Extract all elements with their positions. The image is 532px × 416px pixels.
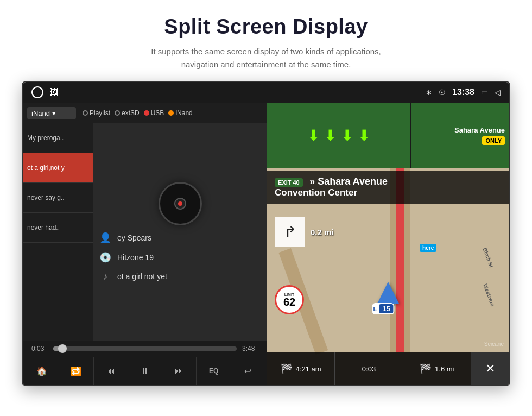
image-icon: 🖼 xyxy=(50,87,59,97)
circle-icon xyxy=(31,86,43,98)
list-item[interactable]: never say g.. xyxy=(23,183,93,213)
list-item[interactable]: My preroga.. xyxy=(23,123,93,153)
nav-instruction: ↱ 0.2 mi xyxy=(275,217,334,247)
page-title: Split Screen Display xyxy=(11,15,521,39)
time-total: 3:48 xyxy=(242,345,258,352)
track-3-title: never say g.. xyxy=(27,194,65,201)
disc-icon: 💿 xyxy=(99,251,112,263)
nav-eta: 🏁 4:21 am xyxy=(267,352,335,385)
source-extsd-label: extSD xyxy=(122,109,140,117)
prev-button[interactable]: ⏮ xyxy=(94,357,128,385)
distance-value: 1.6 mi xyxy=(435,365,454,373)
device-frame: 🖼 ∗ ☉ 13:38 ▭ ◁ iNand ▾ Playlist xyxy=(22,81,510,386)
source-playlist-label: Playlist xyxy=(90,109,110,117)
nav-distance: 0.2 mi xyxy=(311,228,334,237)
flag-icon-left: 🏁 xyxy=(281,363,293,375)
person-icon: 👤 xyxy=(99,232,112,244)
track-row: ♪ ot a girl not yet xyxy=(99,271,262,282)
highway-signs: ⬇ ⬇ ⬇ ⬇ Sahara Avenue ONLY xyxy=(267,103,509,168)
bluetooth-icon: ∗ xyxy=(426,88,432,97)
home-button[interactable]: 🏠 xyxy=(25,357,59,385)
exit-line2: Convention Center xyxy=(275,187,357,198)
status-time: 13:38 xyxy=(452,87,474,97)
nav-close-button[interactable]: ✕ xyxy=(471,352,509,385)
location-icon: ☉ xyxy=(439,88,446,97)
source-inand-label: iNand xyxy=(175,109,192,117)
highway-name: I- xyxy=(373,306,377,312)
status-bar: 🖼 ∗ ☉ 13:38 ▭ ◁ xyxy=(23,82,509,103)
note-icon: ♪ xyxy=(99,271,112,282)
watermark: Seicane xyxy=(484,341,504,347)
nav-time-value: 0:03 xyxy=(362,365,376,373)
source-playlist[interactable]: Playlist xyxy=(83,109,110,117)
time-current: 0:03 xyxy=(31,345,48,352)
repeat-button[interactable]: 🔁 xyxy=(59,357,93,385)
artist-row: 👤 ey Spears xyxy=(99,232,262,244)
progress-bar-container[interactable] xyxy=(53,346,237,351)
arrow-down-1: ⬇ xyxy=(307,127,320,144)
progress-thumb[interactable] xyxy=(58,344,67,353)
arrow-down-4: ⬇ xyxy=(358,127,370,144)
status-left: 🖼 xyxy=(31,86,59,98)
eta-value: 4:21 am xyxy=(296,365,321,373)
exit-line1: » Sahara Avenue xyxy=(309,176,388,187)
nav-panel: Birch St Westwoo ⬇ ⬇ ⬇ ⬇ Sahara Avenue O… xyxy=(267,103,509,385)
album-row: 💿 Hitzone 19 xyxy=(99,251,262,263)
page-header: Split Screen Display It supports the sam… xyxy=(0,0,532,81)
source-selector[interactable]: iNand ▾ xyxy=(27,107,76,119)
main-content: iNand ▾ Playlist extSD USB xyxy=(23,103,509,385)
track-name: ot a girl not yet xyxy=(117,272,167,281)
highway-marker: I- 15 xyxy=(372,303,394,314)
source-bar: iNand ▾ Playlist extSD USB xyxy=(23,103,267,123)
back-icon: ◁ xyxy=(495,88,501,97)
artist-name: ey Spears xyxy=(117,234,151,242)
progress-section: 0:03 3:48 xyxy=(23,341,267,357)
music-panel: iNand ▾ Playlist extSD USB xyxy=(23,103,267,385)
screen-mirror-icon: ▭ xyxy=(481,88,488,97)
source-usb-label: USB xyxy=(151,109,164,117)
playlist-area: My preroga.. ot a girl,not y never say g… xyxy=(23,123,267,341)
sign-left: ⬇ ⬇ ⬇ ⬇ xyxy=(267,103,410,168)
eq-button[interactable]: EQ xyxy=(197,357,231,385)
arrow-down-2: ⬇ xyxy=(324,127,337,144)
street-name-sign: Sahara Avenue xyxy=(454,126,505,134)
dropdown-icon: ▾ xyxy=(52,109,56,117)
playlist-sidebar: My preroga.. ot a girl,not y never say g… xyxy=(23,123,93,341)
arrow-down-3: ⬇ xyxy=(341,127,353,144)
track-4-title: never had.. xyxy=(27,224,60,231)
pause-button[interactable]: ⏸ xyxy=(128,357,162,385)
source-inand[interactable]: iNand xyxy=(168,109,192,117)
nav-map: Birch St Westwoo ⬇ ⬇ ⬇ ⬇ Sahara Avenue O… xyxy=(267,103,509,385)
back-button[interactable]: ↩ xyxy=(231,357,265,385)
track-info: 👤 ey Spears 💿 Hitzone 19 ♪ ot a girl not… xyxy=(99,232,262,282)
now-playing-area: 👤 ey Spears 💿 Hitzone 19 ♪ ot a girl not… xyxy=(93,123,267,341)
nav-distance-remaining: 🏁 1.6 mi xyxy=(403,352,471,385)
disc-red-dot xyxy=(178,201,182,206)
next-button[interactable]: ⏭ xyxy=(162,357,197,385)
disc-inner xyxy=(174,198,186,210)
list-item[interactable]: ot a girl,not y xyxy=(23,153,93,183)
source-options: Playlist extSD USB iNand xyxy=(83,109,263,117)
highway-shield: 15 xyxy=(379,304,393,313)
controls-bar: 🏠 🔁 ⏮ ⏸ ⏭ EQ ↩ xyxy=(23,357,267,385)
status-right: ∗ ☉ 13:38 ▭ ◁ xyxy=(426,87,501,97)
album-disc xyxy=(159,182,202,225)
page-subtitle: It supports the same screen display of t… xyxy=(11,45,521,71)
album-name: Hitzone 19 xyxy=(117,253,154,262)
turn-icon: ↱ xyxy=(284,223,296,241)
only-badge: ONLY xyxy=(482,136,505,145)
source-extsd[interactable]: extSD xyxy=(115,109,140,117)
turn-icon-box: ↱ xyxy=(275,217,305,247)
exit-banner: EXIT 40 » Sahara Avenue Convention Cente… xyxy=(267,171,509,204)
source-usb[interactable]: USB xyxy=(144,109,164,117)
flag-icon-right: 🏁 xyxy=(420,363,432,375)
nav-arrow xyxy=(377,282,399,304)
list-item[interactable]: never had.. xyxy=(23,213,93,243)
speed-limit-value: 62 xyxy=(283,297,295,307)
here-logo: here xyxy=(420,244,436,252)
sign-right: Sahara Avenue ONLY xyxy=(411,103,509,168)
source-current: iNand xyxy=(31,109,50,117)
track-1-title: My preroga.. xyxy=(27,134,64,142)
track-2-title: ot a girl,not y xyxy=(27,164,65,172)
nav-time-remaining: 0:03 xyxy=(335,352,403,385)
